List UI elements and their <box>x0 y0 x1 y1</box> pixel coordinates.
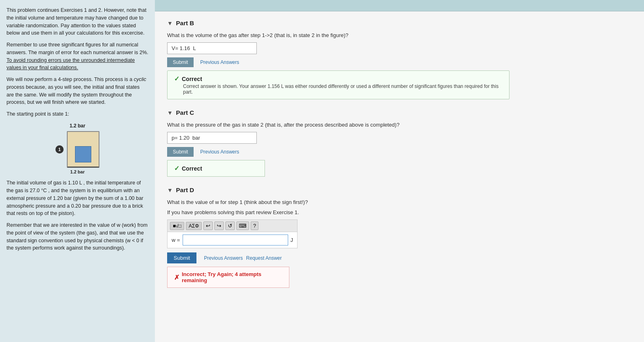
part-d-submit[interactable]: Submit <box>167 252 196 263</box>
math-unit-label: J <box>291 237 293 243</box>
part-c-title: Part C <box>176 109 194 116</box>
part-c-header: ▼ Part C <box>167 109 632 116</box>
reminder-text: Remember to use three significant figure… <box>7 41 148 72</box>
part-b-check-icon: ✓ <box>174 75 179 83</box>
part-c-result: ✓ Correct <box>167 160 265 177</box>
part-c-input[interactable] <box>167 132 257 144</box>
part-c-submit[interactable]: Submit <box>167 147 194 157</box>
initial-conditions: The initial volume of gas is 1.10 L , th… <box>7 179 148 217</box>
part-d-prev-answers[interactable]: Previous Answers <box>204 255 243 261</box>
cylinder-diagram: 1.2 bar 1 1.2 bar <box>7 122 148 175</box>
left-panel: This problem continues Exercises 1 and 2… <box>0 0 155 342</box>
part-b-input[interactable] <box>167 42 257 54</box>
part-b-result-title: ✓ Correct <box>174 75 503 83</box>
part-d-request-answer[interactable]: Request Answer <box>246 255 282 261</box>
math-btn-help[interactable]: ? <box>251 221 258 230</box>
part-b-result-detail: Correct answer is shown. Your answer 1.1… <box>174 83 503 95</box>
part-b-arrow[interactable]: ▼ <box>167 20 173 26</box>
part-b-question: What is the volume of the gas after step… <box>167 32 632 38</box>
intro-text: This problem continues Exercises 1 and 2… <box>7 7 148 37</box>
math-btn-sigma[interactable]: AΣΦ <box>186 222 202 230</box>
part-b-result: ✓ Correct Correct answer is shown. Your … <box>167 70 509 99</box>
part-d-question: What is the value of w for step 1 (think… <box>167 199 632 205</box>
part-b-prev-answers[interactable]: Previous Answers <box>200 59 239 65</box>
starting-point: The starting point is state 1: <box>7 110 148 118</box>
part-c-check-icon: ✓ <box>174 164 179 172</box>
state-number: 1 <box>55 145 64 153</box>
part-d-hint: If you have problems solving this part r… <box>167 209 632 215</box>
top-bar <box>155 0 644 11</box>
bar-top-label: 1.2 bar <box>7 122 148 129</box>
part-b-submit[interactable]: Submit <box>167 57 194 67</box>
part-c-question: What is the pressure of the gas in state… <box>167 122 632 128</box>
math-editor: ■√□ AΣΦ ↩ ↪ ↺ ⌨ ? w = J <box>167 219 298 248</box>
part-c-section: ▼ Part C What is the pressure of the gas… <box>167 109 632 177</box>
part-d-actions: Submit Previous Answers Request Answer <box>167 252 632 263</box>
part-b-section: ▼ Part B What is the volume of the gas a… <box>167 20 632 99</box>
part-d-input[interactable] <box>183 235 288 246</box>
math-prefix-label: w = <box>172 237 180 243</box>
part-b-answer-row <box>167 42 632 54</box>
math-input-row: w = J <box>168 232 297 248</box>
sign-convention: Remember that we are interested in the v… <box>7 221 148 252</box>
math-btn-keyboard[interactable]: ⌨ <box>236 221 249 230</box>
part-d-header: ▼ Part D <box>167 186 632 193</box>
math-toolbar: ■√□ AΣΦ ↩ ↪ ↺ ⌨ ? <box>168 220 297 232</box>
part-d-result-title: ✗ Incorrect; Try Again; 4 attempts remai… <box>174 271 282 283</box>
content-area: ▼ Part B What is the volume of the gas a… <box>155 11 644 306</box>
part-d-section: ▼ Part D What is the value of w for step… <box>167 186 632 288</box>
part-c-answer-row <box>167 132 632 144</box>
part-d-title: Part D <box>176 186 194 193</box>
piston-block <box>75 146 91 162</box>
math-btn-sqrt[interactable]: ■√□ <box>170 222 184 230</box>
math-btn-undo[interactable]: ↩ <box>203 221 213 230</box>
part-c-result-title: Correct <box>182 165 202 172</box>
part-d-arrow[interactable]: ▼ <box>167 187 173 193</box>
math-btn-redo[interactable]: ↪ <box>214 221 224 230</box>
cylinder <box>67 131 99 168</box>
part-d-result: ✗ Incorrect; Try Again; 4 attempts remai… <box>167 267 289 288</box>
part-b-title: Part B <box>176 20 194 26</box>
cyclic-intro: We will now perform a 4-step process. Th… <box>7 76 148 106</box>
part-c-arrow[interactable]: ▼ <box>167 110 173 116</box>
bar-bottom-label: 1.2 bar <box>7 169 148 175</box>
math-btn-reset[interactable]: ↺ <box>225 221 235 230</box>
part-b-header: ▼ Part B <box>167 20 632 26</box>
right-panel: ▼ Part B What is the volume of the gas a… <box>155 0 644 342</box>
part-d-x-icon: ✗ <box>174 274 179 281</box>
part-c-prev-answers[interactable]: Previous Answers <box>200 149 239 155</box>
